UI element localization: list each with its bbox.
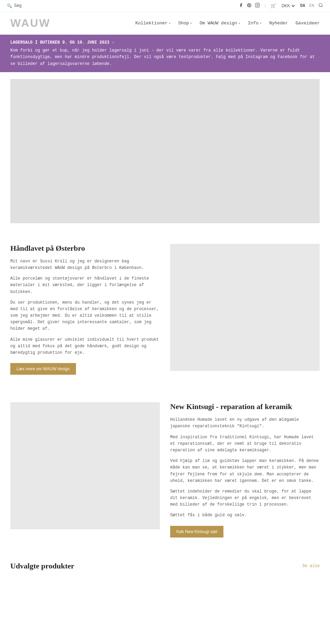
kintsugi-p3: Ved hjælp af lim og guldstøv lapper man … xyxy=(170,458,320,484)
svg-rect-0 xyxy=(255,3,260,7)
section-handlavet: Håndlavet på Østerbro Mit navn er Sussi … xyxy=(0,230,330,388)
buy-kintsugi-button[interactable]: Køb New Kintsugi sæt xyxy=(170,526,223,538)
svg-line-3 xyxy=(322,6,323,7)
section-kintsugi: New Kintsugi - reparation af keramik Hol… xyxy=(0,388,330,551)
chevron-down-icon: ▾ xyxy=(238,21,240,25)
chevron-down-icon: ▾ xyxy=(260,21,262,25)
udvalgte-header: Udvalgte produkter Se alle xyxy=(10,562,320,570)
facebook-icon[interactable] xyxy=(239,3,243,9)
nav-kollektioner[interactable]: Kollektioner ▾ xyxy=(135,21,171,26)
see-all-link[interactable]: Se alle xyxy=(302,564,320,568)
chevron-down-icon: ▾ xyxy=(168,21,170,25)
section-udvalgte: Udvalgte produkter Se alle xyxy=(0,551,330,577)
search-icon: 🔍 xyxy=(7,3,12,9)
top-bar: 🔍 Søg | 🛒 DKK EUR DA EN xyxy=(0,0,330,12)
search-label: Søg xyxy=(14,3,22,8)
handlavet-p3: Du ser produktionen, mens du handler, og… xyxy=(10,300,160,332)
handlavet-p1: Mit navn er Sussi Krüll og jeg er design… xyxy=(10,258,160,271)
udvalgte-title: Udvalgte produkter xyxy=(10,562,74,570)
nav-info[interactable]: Info ▾ xyxy=(248,21,262,26)
handlavet-p4: Alle mine glasurer er udviklet individue… xyxy=(10,337,160,357)
nav-nyheder[interactable]: Nyheder xyxy=(269,21,288,26)
header: WAUW Kollektioner ▾ Shop ▾ Om WAUW desig… xyxy=(0,12,330,35)
main-nav: Kollektioner ▾ Shop ▾ Om WAUW design ▾ I… xyxy=(135,21,320,26)
basket-icon[interactable]: 🛒 xyxy=(271,3,276,9)
hero-image xyxy=(10,79,320,223)
banner-text: Kom forbi og gør et kup, når jeg holder … xyxy=(10,47,320,67)
kintsugi-body: Hollandske Humade lavet en ny udgave af … xyxy=(170,417,320,519)
svg-point-2 xyxy=(319,3,322,7)
instagram-icon[interactable] xyxy=(255,3,260,9)
kintsugi-text-col: New Kintsugi - reparation af keramik Hol… xyxy=(170,402,320,537)
read-more-wauw-button[interactable]: Læs mere om WAUW design xyxy=(10,363,76,375)
logo-text: WAUW xyxy=(10,17,51,29)
handlavet-title: Håndlavet på Østerbro xyxy=(10,244,160,253)
lang-da[interactable]: DA xyxy=(300,3,305,8)
kintsugi-p5: Sættet fås i både guld og sølv. xyxy=(170,512,320,519)
nav-shop[interactable]: Shop ▾ xyxy=(178,21,192,26)
top-bar-divider: | xyxy=(264,3,266,8)
currency-select[interactable]: DKK EUR xyxy=(280,3,296,9)
logo[interactable]: WAUW xyxy=(10,17,51,30)
kintsugi-p2: Med inspiration fra traditionel Kintsugi… xyxy=(170,434,320,454)
chevron-down-icon: ▾ xyxy=(190,21,192,25)
kintsugi-p4: Sættet indeholder de remedier du skal br… xyxy=(170,488,320,508)
nav-gaveideer[interactable]: Gaveideer xyxy=(296,21,320,26)
promo-banner: LAGERSALG I BUTIKKEN 9. OG 10. JUNI 2023… xyxy=(0,35,330,72)
kintsugi-title: New Kintsugi - reparation af keramik xyxy=(170,402,320,411)
banner-title: LAGERSALG I BUTIKKEN 9. OG 10. JUNI 2023… xyxy=(10,39,320,46)
kintsugi-image xyxy=(10,402,160,529)
search-area[interactable]: 🔍 Søg xyxy=(7,3,22,9)
handlavet-image xyxy=(170,244,320,371)
pinterest-icon[interactable] xyxy=(247,3,252,9)
handlavet-p2: Alle porcelæn og stentøjsvarer er håndla… xyxy=(10,275,160,295)
handlavet-text-col: Håndlavet på Østerbro Mit navn er Sussi … xyxy=(10,244,160,375)
social-icons xyxy=(239,3,260,9)
nav-om-wauw[interactable]: Om WAUW design ▾ xyxy=(200,21,240,26)
top-search-icon[interactable] xyxy=(318,3,323,9)
handlavet-body: Mit navn er Sussi Krüll og jeg er design… xyxy=(10,258,160,356)
kintsugi-p1: Hollandske Humade lavet en ny udgave af … xyxy=(170,417,320,430)
top-bar-right: | 🛒 DKK EUR DA EN xyxy=(239,3,323,9)
lang-en[interactable]: EN xyxy=(309,3,314,8)
